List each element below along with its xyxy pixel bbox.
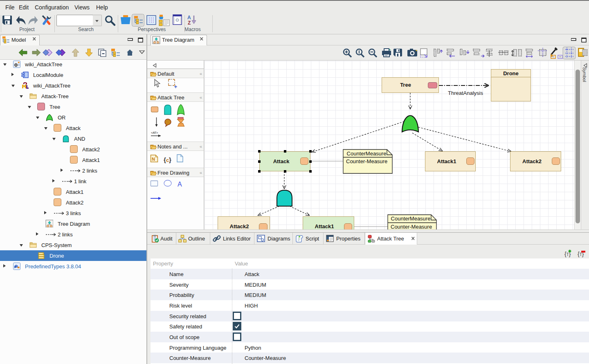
svg-text:Counter-Measure: Counter-Measure (346, 158, 387, 164)
svg-text:A: A (187, 15, 191, 20)
svg-text:}: } (169, 156, 171, 163)
svg-text:<AT>: <AT> (151, 131, 158, 135)
svg-text:A: A (178, 181, 182, 188)
svg-text:ThreatAnalysis: ThreatAnalysis (448, 90, 483, 96)
svg-text:N: N (152, 157, 155, 162)
svg-text:CounterMeasure: CounterMeasure (347, 151, 387, 157)
svg-text:Counter-Measure: Counter-Measure (391, 224, 432, 229)
svg-text:CounterMeasure: CounterMeasure (391, 216, 431, 222)
svg-text:Z: Z (188, 20, 191, 26)
